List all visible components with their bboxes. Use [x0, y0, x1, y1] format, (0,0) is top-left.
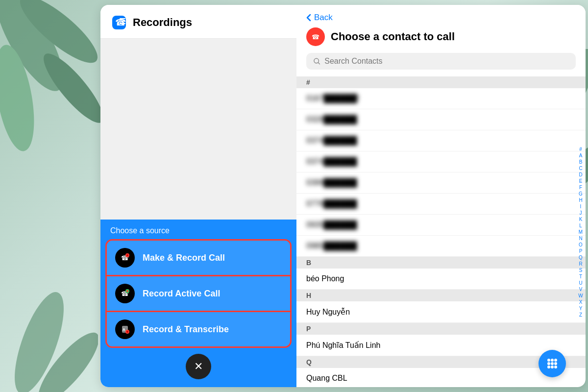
main-container: ☎ Recordings Choose a source ☎ — [100, 5, 586, 387]
svg-point-33 — [547, 362, 550, 365]
svg-point-38 — [554, 366, 557, 368]
svg-point-17 — [126, 254, 128, 256]
left-header: ☎ Recordings — [100, 5, 296, 39]
list-item[interactable]: 0935██████ — [296, 215, 586, 236]
contact-list: # 0167██████! 0328██████ 0374██████ 0374… — [296, 76, 586, 387]
make-record-call-label: Make & Record Call — [143, 253, 225, 263]
list-item[interactable]: 0776██████ — [296, 194, 586, 215]
back-button[interactable]: Back — [306, 13, 333, 23]
recordings-icon: ☎ — [110, 14, 128, 31]
svg-point-36 — [547, 366, 550, 368]
close-button[interactable]: ✕ — [186, 354, 211, 379]
list-item[interactable]: 0328██████ — [296, 109, 586, 130]
list-item[interactable]: 0399██████ — [296, 172, 586, 194]
svg-point-31 — [551, 359, 554, 362]
left-content-area — [100, 39, 296, 220]
list-item[interactable]: 0374██████ — [296, 130, 586, 151]
section-header-h: H — [296, 290, 586, 301]
section-header-b: B — [296, 257, 586, 269]
svg-point-30 — [547, 359, 550, 362]
list-item[interactable]: 0985██████ — [296, 236, 586, 257]
right-panel-title: Choose a contact to call — [331, 30, 455, 43]
svg-point-37 — [551, 366, 554, 368]
svg-point-21 — [126, 290, 128, 292]
record-active-icon: ☎ — [115, 284, 135, 303]
alpha-index: # A B C D E F G H I J K L M N O P Q R S — [576, 76, 586, 387]
search-input[interactable] — [324, 57, 569, 66]
right-title-row: ☎ Choose a contact to call — [306, 27, 576, 46]
right-panel: Back ☎ Choose a contact to call — [296, 5, 586, 387]
back-chevron-icon — [306, 14, 311, 22]
list-item[interactable]: Phú Nghĩa Tuấn Linh — [296, 335, 586, 356]
back-label: Back — [314, 13, 333, 23]
search-bar[interactable] — [306, 53, 576, 70]
fab-button[interactable] — [539, 350, 566, 377]
grid-icon — [545, 357, 559, 370]
left-panel: ☎ Recordings Choose a source ☎ — [100, 5, 296, 387]
record-transcribe-icon: A — [115, 319, 135, 339]
search-icon — [313, 57, 320, 65]
record-active-call-label: Record Active Call — [143, 289, 220, 299]
svg-point-34 — [551, 362, 554, 365]
svg-text:A: A — [122, 327, 125, 332]
list-item[interactable]: 0374██████ — [296, 151, 586, 172]
leaf-bottom-left — [0, 245, 98, 392]
svg-point-26 — [126, 331, 128, 333]
section-header-hash: # — [296, 76, 586, 88]
svg-text:☎: ☎ — [312, 33, 319, 41]
record-active-call-button[interactable]: ☎ Record Active Call — [106, 276, 291, 312]
recordings-title: Recordings — [133, 16, 192, 29]
svg-point-35 — [554, 362, 557, 365]
svg-point-32 — [554, 359, 557, 362]
close-icon: ✕ — [194, 360, 203, 373]
list-item[interactable]: béo Phong — [296, 269, 586, 290]
record-transcribe-label: Record & Transcribe — [143, 324, 229, 335]
leaf-top-left — [0, 0, 103, 196]
list-item[interactable]: 0167██████! — [296, 88, 586, 109]
list-item[interactable]: Huy Nguyễn — [296, 301, 586, 323]
make-record-call-button[interactable]: ☎ Make & Record Call — [106, 240, 291, 276]
blue-section: Choose a source ☎ Make & Record Call — [100, 220, 296, 387]
section-header-p: P — [296, 323, 586, 335]
choose-source-label: Choose a source — [100, 220, 296, 240]
contact-call-icon: ☎ — [306, 27, 325, 46]
right-header: Back ☎ Choose a contact to call — [296, 5, 586, 76]
make-record-icon: ☎ — [115, 248, 135, 268]
record-transcribe-button[interactable]: A Record & Transcribe — [106, 312, 291, 347]
